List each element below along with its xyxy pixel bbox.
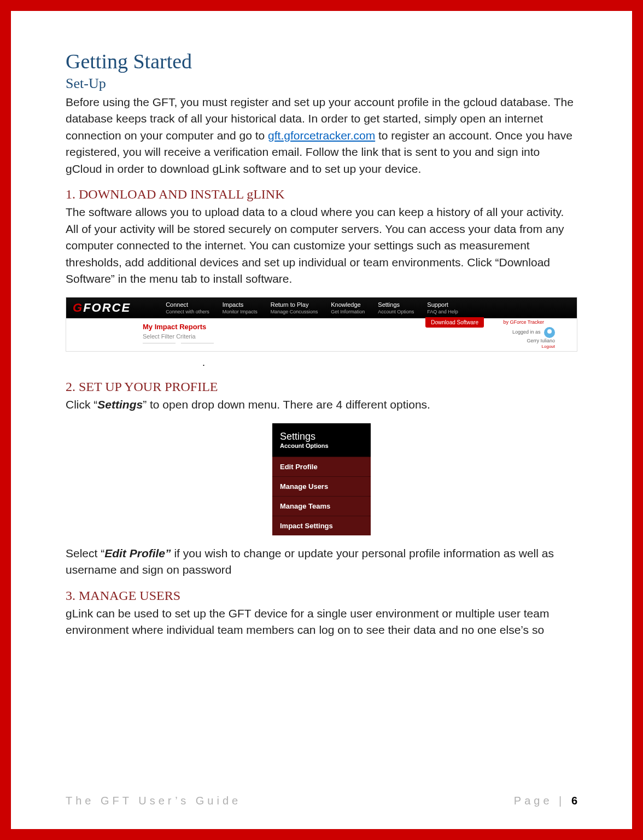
section-2-footer: Select “Edit Profile” if you wish to cha… — [66, 545, 577, 579]
s2f-bold: Edit Profile” — [104, 547, 171, 559]
settings-dropdown-screenshot: Settings Account Options Edit Profile Ma… — [272, 423, 371, 535]
section-3-heading: 3. MANAGE USERS — [66, 588, 577, 603]
section-2-body: Click “Settings” to open drop down menu.… — [66, 396, 577, 413]
nav-label: Impacts — [223, 301, 258, 308]
dropdown-item-edit-profile[interactable]: Edit Profile — [272, 457, 371, 476]
footer-page-number: 6 — [571, 795, 577, 807]
logout-link[interactable]: Logout — [512, 344, 555, 349]
page-footer: The GFT User’s Guide Page | 6 — [66, 784, 577, 807]
dropdown-item-manage-users[interactable]: Manage Users — [272, 476, 371, 496]
intro-paragraph: Before using the GFT, you must register … — [66, 94, 577, 177]
nav-item-impacts[interactable]: Impacts Monitor Impacts — [223, 301, 263, 314]
footer-page: Page | 6 — [514, 795, 577, 807]
nav-item-return[interactable]: Return to Play Manage Concussions — [271, 301, 324, 314]
nav-sub: Connect with others — [166, 309, 209, 315]
reports-area: My Impact Reports Select Filter Criteria — [66, 323, 577, 343]
nav-sub: Account Options — [378, 309, 414, 315]
section-1-body: The software allows you to upload data t… — [66, 204, 577, 287]
dropdown-item-manage-teams[interactable]: Manage Teams — [272, 496, 371, 516]
s2-pre: Click “ — [66, 398, 97, 411]
filter-inputs — [143, 343, 577, 343]
nav-item-support[interactable]: Support FAQ and Help — [427, 301, 464, 314]
dropdown-subtitle: Account Options — [280, 442, 363, 449]
nav-sub: Monitor Impacts — [223, 309, 258, 315]
nav-screenshot: GFORCE Connect Connect with others Impac… — [66, 297, 577, 352]
document-page: Getting Started Set-Up Before using the … — [11, 11, 632, 829]
content-area: Getting Started Set-Up Before using the … — [66, 49, 577, 784]
login-info: Logged in as Gerry Iuliano Logout — [512, 327, 555, 349]
section-2-heading: 2. SET UP YOUR PROFILE — [66, 380, 577, 394]
s2-post: ” to open drop down menu. There are 4 di… — [143, 398, 430, 411]
nav-label: Return to Play — [271, 301, 318, 308]
footer-page-label: Page | — [514, 795, 571, 807]
registration-link[interactable]: gft.gforcetracker.com — [268, 129, 375, 142]
user-name: Gerry Iuliano — [512, 338, 555, 344]
download-software-button[interactable]: Download Software — [425, 317, 484, 328]
nav-label: Support — [427, 301, 458, 308]
logo-rest: FORCE — [83, 301, 131, 314]
nav-item-connect[interactable]: Connect Connect with others — [166, 301, 215, 314]
filter-label: Select Filter Criteria — [143, 333, 577, 340]
nav-lower: My Impact Reports Select Filter Criteria… — [66, 318, 577, 351]
nav-sub: Manage Concussions — [271, 309, 318, 315]
subtitle-setup: Set-Up — [66, 75, 577, 92]
dropdown-title: Settings — [280, 431, 363, 442]
page-title: Getting Started — [66, 49, 577, 73]
dropdown-item-impact-settings[interactable]: Impact Settings — [272, 516, 371, 535]
section-3-body: gLink can be used to set up the GFT devi… — [66, 605, 577, 639]
stray-dot: . — [66, 357, 577, 369]
nav-bar: GFORCE Connect Connect with others Impac… — [66, 298, 577, 318]
nav-label: Settings — [378, 301, 414, 308]
nav-label: Connect — [166, 301, 209, 308]
dropdown-header: Settings Account Options — [272, 423, 371, 457]
footer-guide-title: The GFT User’s Guide — [66, 795, 241, 807]
nav-item-knowledge[interactable]: Knowledge Get Information — [331, 301, 370, 314]
nav-item-settings[interactable]: Settings Account Options — [378, 301, 419, 314]
s2-bold: Settings — [97, 398, 143, 411]
logo-g: G — [73, 301, 83, 314]
nav-label: Knowledge — [331, 301, 365, 308]
nav-sub: Get Information — [331, 309, 365, 315]
logged-in-label: Logged in as — [512, 330, 541, 335]
avatar-icon — [544, 327, 555, 338]
section-1-heading: 1. DOWNLOAD AND INSTALL gLINK — [66, 187, 577, 202]
gforce-logo: GFORCE — [73, 301, 131, 315]
s2f-pre: Select “ — [66, 547, 104, 559]
nav-sub: FAQ and Help — [427, 309, 458, 315]
byline-text: by GForce Tracker — [503, 319, 544, 325]
